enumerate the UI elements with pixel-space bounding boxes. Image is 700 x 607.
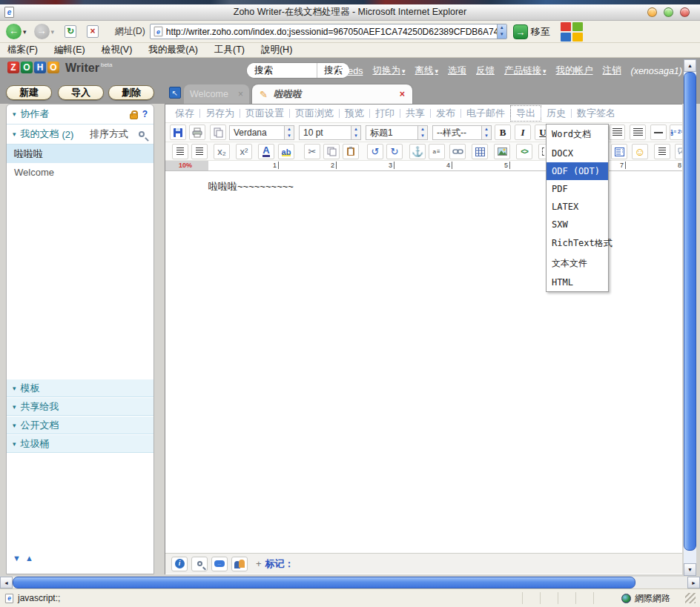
sidebar-section-collaborators[interactable]: ▾ 协作者 ? (7, 105, 153, 125)
sidebar-section-trash[interactable]: ▾ 垃圾桶 (7, 434, 153, 453)
address-history-stepper[interactable]: ▲ ▼ (497, 24, 506, 39)
menu-email[interactable]: 电子邮件 (461, 106, 510, 121)
document-text[interactable]: 啦啦啦~~~~~~~~~~ (208, 180, 294, 193)
sidebar-section-shared-to-me[interactable]: ▾ 共享给我 (7, 397, 153, 416)
tab-welcome[interactable]: Welcome × (184, 84, 249, 104)
search-input[interactable] (247, 63, 317, 78)
export-textfile[interactable]: 文本文件 (547, 253, 608, 273)
restore-tab-icon[interactable]: ↖ (169, 87, 181, 99)
outdent-icon[interactable] (172, 144, 188, 159)
blockquote-icon[interactable] (654, 144, 670, 159)
heading-select[interactable]: 标题1 ▲ ▼ (366, 125, 428, 140)
undo-icon[interactable]: ↺ (367, 144, 383, 159)
document-item[interactable]: Welcome (7, 163, 153, 182)
menu-page-setup[interactable]: 页面设置 (240, 106, 289, 121)
zoom-button[interactable] (191, 557, 208, 571)
spinner-icon[interactable]: ▲ ▼ (284, 126, 294, 139)
link-my-account[interactable]: 我的帐户 (556, 64, 593, 77)
export-sxw[interactable]: SXW (547, 216, 608, 233)
delete-button[interactable]: 删除 (108, 85, 154, 100)
menu-print[interactable]: 打印 (370, 106, 400, 121)
close-button[interactable] (680, 7, 690, 17)
copy-icon[interactable] (323, 144, 340, 159)
link-switch-to[interactable]: 切换为▾ (372, 64, 405, 77)
anchor-icon[interactable]: ⚓ (409, 144, 426, 159)
add-tag-plus[interactable]: + (256, 558, 262, 569)
menu-view[interactable]: 檢視(V) (102, 44, 133, 56)
link-offline[interactable]: 离线▾ (415, 64, 438, 77)
scroll-right-button[interactable]: ► (687, 577, 700, 588)
back-button[interactable]: ← (6, 24, 22, 39)
bold-button[interactable]: B (495, 125, 511, 140)
forward-button[interactable]: → (34, 24, 50, 39)
link-products[interactable]: 产品链接▾ (504, 64, 547, 77)
redo-icon[interactable]: ↻ (386, 144, 403, 159)
back-dropdown-icon[interactable]: ▾ (23, 28, 27, 36)
numbered-list-icon[interactable]: 1≡ 2≡ 3 (670, 125, 682, 140)
menu-page-view[interactable]: 页面浏览 (290, 106, 339, 121)
horizontal-rule-icon[interactable] (650, 125, 667, 140)
stop-button[interactable]: × (87, 25, 99, 38)
menu-share[interactable]: 共享 (400, 106, 430, 121)
superscript-icon[interactable]: x² (236, 144, 252, 159)
vertical-scrollbar-thumb[interactable] (684, 72, 696, 551)
indent-icon[interactable] (191, 144, 208, 159)
link-feeds[interactable]: Feeds (337, 66, 363, 76)
export-docx[interactable]: DOCX (547, 145, 608, 162)
highlight-icon[interactable]: ab (278, 144, 294, 159)
print-icon[interactable] (189, 125, 205, 140)
new-document-button[interactable]: 新建 (6, 85, 52, 100)
comments-icon[interactable] (675, 144, 682, 159)
menu-favorites[interactable]: 我的最愛(A) (148, 44, 198, 56)
menu-preview[interactable]: 预览 (340, 106, 369, 121)
html-code-icon[interactable]: <> (516, 144, 532, 159)
subscript-icon[interactable]: x₂ (214, 144, 230, 159)
resize-grip[interactable] (685, 593, 696, 603)
refresh-button[interactable]: ↻ (65, 25, 76, 38)
scroll-left-button[interactable]: ◄ (0, 577, 13, 588)
sidebar-section-my-documents[interactable]: ▾ 我的文档 (2) 排序方式 (7, 125, 153, 145)
toc-icon[interactable] (611, 144, 627, 159)
document-item-selected[interactable]: 啦啦啦 (7, 145, 153, 163)
menu-export[interactable]: 导出 (511, 106, 541, 121)
export-pdf[interactable]: PDF (547, 180, 608, 198)
menu-save[interactable]: 保存 (170, 106, 199, 121)
export-richtext[interactable]: RichText格式 (547, 233, 608, 253)
sidebar-section-templates[interactable]: ▾ 模板 (7, 379, 153, 397)
word-count-button[interactable]: ... (211, 557, 228, 571)
sort-by-label[interactable]: 排序方式 (90, 127, 128, 141)
scroll-down-button[interactable]: ▼ (684, 563, 696, 576)
link-logout[interactable]: 注销 (603, 64, 621, 77)
forward-dropdown-icon[interactable]: ▾ (51, 28, 55, 36)
export-word[interactable]: Word文档 (547, 125, 608, 145)
zoho-logo[interactable]: Z O H O Writer beta (7, 62, 113, 75)
link-feedback[interactable]: 反馈 (476, 64, 495, 77)
horizontal-scrollbar-thumb[interactable] (13, 577, 635, 588)
scroll-up-button[interactable]: ▲ (684, 59, 696, 72)
font-size-select[interactable]: 10 pt ▲ ▼ (299, 125, 361, 140)
justify-icon[interactable] (630, 125, 646, 140)
tab-active-document[interactable]: ✎ 啦啦啦 × (252, 84, 412, 104)
copy-format-icon[interactable] (210, 125, 226, 140)
search-icon[interactable] (139, 131, 145, 137)
link-options[interactable]: 选项 (448, 64, 466, 77)
export-odf-selected[interactable]: ODF (ODT) (547, 162, 608, 180)
spinner-icon[interactable]: ▲ ▼ (351, 126, 360, 139)
spinner-icon[interactable]: ▲ ▼ (481, 126, 491, 139)
import-button[interactable]: 导入 (58, 85, 104, 100)
font-color-icon[interactable]: A (258, 144, 274, 159)
menu-file[interactable]: 檔案(F) (7, 44, 38, 56)
table-icon[interactable] (472, 144, 488, 159)
italic-button[interactable]: I (515, 125, 531, 140)
help-icon[interactable]: ? (142, 109, 148, 119)
emoticon-icon[interactable]: ☺ (632, 144, 648, 159)
scroll-up-icon[interactable]: ▲ (25, 554, 38, 563)
image-icon[interactable] (494, 144, 510, 159)
paste-icon[interactable] (343, 144, 359, 159)
info-button[interactable]: i (171, 557, 188, 571)
export-latex[interactable]: LATEX (547, 198, 608, 216)
scroll-down-icon[interactable]: ▼ (13, 554, 25, 563)
menu-help[interactable]: 說明(H) (261, 44, 292, 56)
align-right-icon[interactable] (609, 125, 625, 140)
link-icon[interactable] (449, 144, 466, 159)
